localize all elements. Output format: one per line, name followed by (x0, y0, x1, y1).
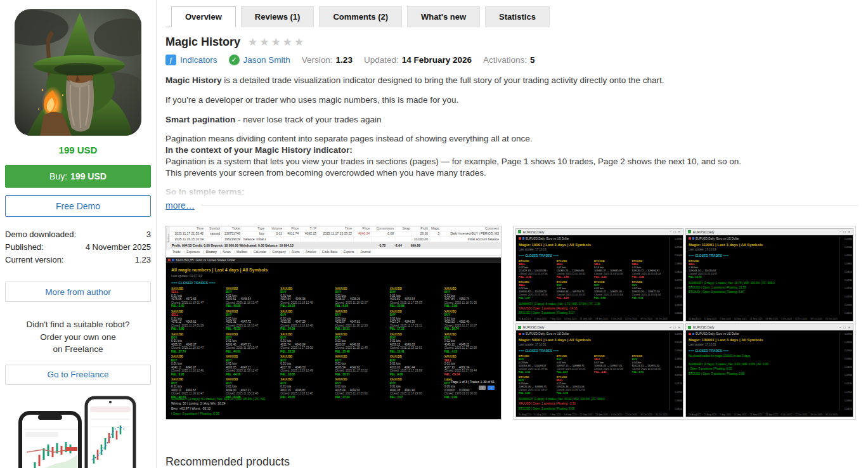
more-link[interactable]: more… (165, 200, 195, 211)
table-cell (354, 237, 372, 243)
author-link[interactable]: Jason Smith (243, 55, 290, 65)
window-chart-area: EURUSD,Daily: Euro vs US Dollar Magic: 1… (516, 235, 683, 322)
table-cell (396, 237, 412, 243)
trade-entry: BTCUSD SELL 0.02 lots 110128.73 → 110245… (519, 259, 555, 278)
table-cell (372, 237, 396, 243)
trade-entry: BTCUSD SELL 0.16 lots 109043.14 → 110110… (689, 259, 725, 278)
tab[interactable]: Comments (2) (319, 6, 402, 27)
date-tick: 26 Oct 2025 (826, 318, 838, 320)
chart-icon (522, 237, 525, 240)
last-update: Last update: 17:10:13 (689, 248, 838, 251)
date-tick: 7 Sep 2025 (720, 318, 731, 320)
buy-button[interactable]: Buy: 199 USD (5, 165, 151, 188)
trade-entry: XAUUSD BUY 0.01 lots 4006.54 → 4042.91 C… (335, 355, 386, 376)
category-link[interactable]: Indicators (180, 55, 217, 65)
price-tick: 1.0940 (675, 245, 682, 249)
price-tick: 1.0900 (675, 254, 682, 257)
phones-image (5, 394, 151, 468)
date-tick: 31 Aug 2025 (534, 413, 547, 416)
trade-entry: XAUUSD BUY 0.01 lots 4047.84 → 4050.74 C… (444, 287, 496, 308)
window-controls: – ▢ ✕ (670, 230, 681, 233)
tab-bar: OverviewReviews (1)Comments (2)What's ne… (165, 6, 858, 27)
terminal-tab: History (200, 250, 217, 254)
free-demo-button[interactable]: Free Demo (5, 195, 151, 217)
trade-entry: XAUUSD SELL 0.01 lots 4075.12 → 4069.61 … (171, 310, 223, 331)
trades-grid: BTCUSD BUY 0.03 lots 110016.34 → 110093.… (519, 354, 668, 394)
trade-entry: XAUUSD BUY 0.01 lots 4036.07 → 4038.26 C… (335, 287, 386, 308)
screenshot-chart-windows[interactable]: EURUSD,Daily – ▢ ✕ EURUSD,Daily: Euro vs… (513, 226, 856, 420)
price-tick: 1.0660 (845, 303, 852, 306)
price-label: 199 USD (5, 145, 151, 155)
trade-entry: XAUUSD BUY 0.01 lots 4045.10 → 4049.22 C… (444, 333, 496, 354)
table-cell (301, 237, 318, 243)
table-cell: balance: Initial account balance (242, 237, 266, 243)
table-cell: 28.30 (412, 231, 430, 237)
go-to-freelance-button[interactable]: Go to Freelance (5, 365, 151, 385)
recommended-products-heading: Recommended products (165, 455, 858, 468)
trade-entry: BTCUSD BUY 0.02 lots 109444.46 → 109754.… (557, 280, 593, 299)
terminal-tab: Code Base (316, 250, 338, 254)
promo-line: Didn't find a suitable robot? (5, 318, 151, 331)
price-tick: 1.0660 (675, 399, 682, 402)
tab[interactable]: Overview (171, 6, 236, 27)
trade-entry: XAUUSD BUY 0.01 lots 4015.04 → 4042.91 C… (335, 378, 386, 399)
magic-header: Magic: 50001 | Last 3 days | All Symbols (519, 338, 668, 342)
screenshot-terminal[interactable]: Toolbox TimeSymbolTicketTypeVolumePriceT… (165, 226, 502, 420)
table-cell: 4011.74 (284, 231, 301, 237)
trade-entry: XAUUSD BUY 0.01 lots 4004.00 → 4047.21 C… (226, 378, 277, 399)
stat-label: Demo downloaded: (5, 230, 76, 240)
last-update: Last update: 17:10:13 (519, 248, 668, 251)
tab[interactable]: Reviews (1) (241, 6, 314, 27)
price-tick: 1.0740 (675, 382, 682, 385)
product-stats: Demo downloaded: 3 Published: 4 November… (5, 230, 151, 265)
date-tick: 5 Oct 2025 (781, 318, 792, 320)
tab[interactable]: What's new (407, 6, 480, 27)
window-controls: – ▢ ✕ (670, 326, 681, 329)
terminal-tab: News (217, 250, 231, 254)
date-tick: 5 Oct 2025 (611, 413, 622, 416)
chart-icon (168, 259, 171, 261)
screenshots: Toolbox TimeSymbolTicketTypeVolumePriceT… (165, 226, 858, 420)
terminal-tab: Exposure (181, 250, 200, 254)
trades-grid: BTCUSD SELL 0.16 lots 109043.14 → 110110… (689, 259, 838, 278)
window-icon (688, 326, 691, 329)
sidebar: 199 USD Buy: 199 USD Free Demo Demo down… (0, 0, 157, 468)
last-update: Last update: 17:10:51 (689, 343, 838, 346)
window-icon (518, 326, 521, 329)
activations-value: 5 (530, 55, 535, 65)
date-tick: 5 Oct 2025 (611, 318, 622, 320)
table-cell (266, 237, 284, 243)
no-trades-note: No closed trades for magic 130001 in las… (689, 354, 838, 358)
chart-icon (692, 333, 695, 335)
last-update: Last update: 17:10:51 (519, 343, 668, 346)
main-content: OverviewReviews (1)Comments (2)What's ne… (157, 0, 868, 468)
summary-line: XAUUSD | Open: 1 positions | Floating: -… (519, 306, 668, 311)
tab[interactable]: Statistics (485, 6, 550, 27)
summary-block: SUMMARY (3 days): 1 trades | Net: 16.75 … (689, 281, 838, 295)
product-page: 199 USD Buy: 199 USD Free Demo Demo down… (0, 0, 868, 468)
table-cell: 238751746 (222, 231, 242, 237)
more-from-author-button[interactable]: More from author (5, 282, 151, 302)
price-tick: 1.0820 (675, 270, 682, 273)
date-tick: 28 Sep 2025 (595, 318, 608, 320)
verified-icon: ✓ (229, 55, 240, 65)
stat-label: Published: (5, 242, 44, 252)
price-tick: 1.0820 (675, 365, 682, 368)
chart-window: EURUSD,Daily – ▢ ✕ EURUSD,Daily: Euro vs… (685, 323, 853, 417)
trade-entry: XAUUSD BUY 0.01 lots 4003.05 → 4047.21 C… (226, 355, 277, 376)
trade-entry: XAUUSD SELL 0.01 lots 4075.56 → 4072.65 … (171, 287, 223, 308)
trade-entry: BTCUSD SELL 0.07 lots 109056.45 → 109817… (594, 354, 630, 374)
trade-entry: XAUUSD BUY 0.01 lots 4019.83 → 4043.54 C… (390, 287, 441, 308)
table-header-cell: Type (242, 226, 266, 232)
price-tick: 1.0700 (845, 295, 852, 298)
terminal-tab: Experts (339, 250, 355, 254)
closed-trades-header: === CLOSED TRADES === (171, 281, 496, 285)
date-tick: 21 Sep 2025 (750, 318, 763, 320)
page-title: Magic History (165, 36, 240, 49)
divider (201, 205, 858, 205)
table-cell: 10 000.00 (412, 237, 430, 243)
stat-label: Current version: (5, 255, 63, 265)
time-axis: 24 Aug 202531 Aug 20257 Sep 202514 Sep 2… (519, 413, 668, 416)
table-cell: 4040.04 (354, 231, 372, 237)
trade-entry: XAUUSD BUY 0.01 lots 4002.40 → 4047.31 C… (226, 333, 277, 354)
